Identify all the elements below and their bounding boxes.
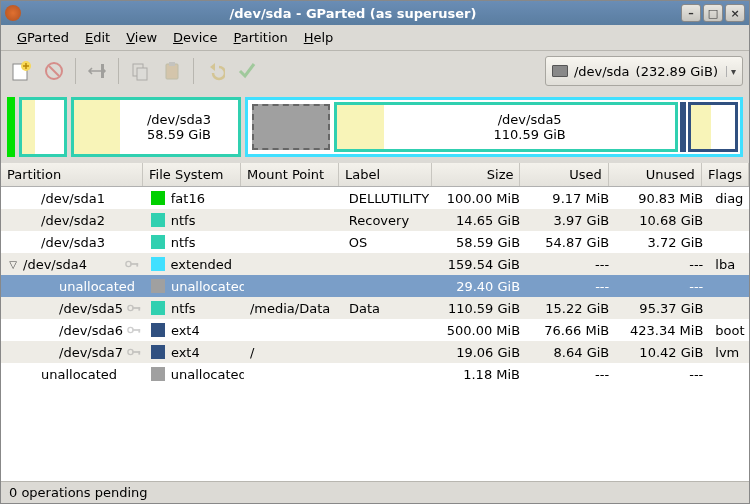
fs-color-swatch [151, 191, 165, 205]
table-row[interactable]: unallocatedunallocated1.18 MiB------ [1, 363, 749, 385]
svg-rect-4 [101, 64, 104, 78]
copy-button [125, 56, 155, 86]
used-value: 9.17 MiB [526, 191, 615, 206]
map-sda6[interactable] [680, 102, 686, 152]
svg-rect-14 [138, 307, 140, 311]
toolbar-separator [118, 58, 119, 84]
mount-point: / [244, 345, 343, 360]
fs-color-swatch [151, 279, 165, 293]
col-used[interactable]: Used [520, 163, 608, 186]
key-icon [127, 348, 141, 356]
resize-icon [87, 61, 107, 81]
flags-value: lvm [709, 345, 749, 360]
fs-color-swatch [151, 345, 165, 359]
partition-name: /dev/sda6 [59, 323, 123, 338]
fs-color-swatch [151, 323, 165, 337]
used-value: 54.87 GiB [526, 235, 615, 250]
table-row[interactable]: unallocatedunallocated29.40 GiB------ [1, 275, 749, 297]
resize-button [82, 56, 112, 86]
paste-button [157, 56, 187, 86]
col-partition[interactable]: Partition [1, 163, 143, 186]
menu-device[interactable]: Device [165, 28, 225, 47]
map-sda3-label: /dev/sda3 [147, 112, 211, 127]
menu-edit[interactable]: Edit [77, 28, 118, 47]
table-row[interactable]: /dev/sda6ext4500.00 MiB76.66 MiB423.34 M… [1, 319, 749, 341]
partition-name: /dev/sda7 [59, 345, 123, 360]
app-icon [5, 5, 21, 21]
map-sda3-size: 58.59 GiB [147, 127, 211, 142]
unused-value: --- [615, 257, 709, 272]
table-row[interactable]: /dev/sda2ntfsRecovery14.65 GiB3.97 GiB10… [1, 209, 749, 231]
toolbar: /dev/sda (232.89 GiB) ▾ [1, 51, 749, 91]
new-partition-button[interactable] [7, 56, 37, 86]
flags-value: boot [709, 323, 749, 338]
partition-name: unallocated [59, 279, 135, 294]
map-sda5[interactable]: /dev/sda5110.59 GiB [334, 102, 678, 152]
unused-value: 10.42 GiB [615, 345, 709, 360]
fs-color-swatch [151, 213, 165, 227]
partition-name: /dev/sda5 [59, 301, 123, 316]
table-row[interactable]: /dev/sda1fat16DELLUTILITY100.00 MiB9.17 … [1, 187, 749, 209]
svg-rect-17 [138, 329, 140, 333]
device-selector[interactable]: /dev/sda (232.89 GiB) ▾ [545, 56, 743, 86]
map-sda4-extended[interactable]: /dev/sda5110.59 GiB [245, 97, 743, 157]
unused-value: --- [615, 279, 709, 294]
fs-name: ntfs [171, 301, 196, 316]
map-sda5-size: 110.59 GiB [494, 127, 566, 142]
size-value: 29.40 GiB [437, 279, 526, 294]
mount-point: /media/Data [244, 301, 343, 316]
device-name: /dev/sda [574, 64, 630, 79]
map-sda3[interactable]: /dev/sda358.59 GiB [71, 97, 241, 157]
size-value: 159.54 GiB [437, 257, 526, 272]
svg-rect-11 [136, 263, 138, 267]
copy-icon [130, 61, 150, 81]
used-value: --- [526, 279, 615, 294]
toolbar-separator [75, 58, 76, 84]
menu-gparted[interactable]: GParted [9, 28, 77, 47]
map-sda1[interactable] [7, 97, 15, 157]
col-unused[interactable]: Unused [609, 163, 702, 186]
menu-view[interactable]: View [118, 28, 165, 47]
close-button[interactable]: × [725, 4, 745, 22]
expander-icon[interactable]: ▽ [7, 259, 19, 270]
key-icon [125, 260, 139, 268]
col-flags[interactable]: Flags [702, 163, 749, 186]
delete-icon [44, 61, 64, 81]
used-value: 76.66 MiB [526, 323, 615, 338]
device-size: (232.89 GiB) [636, 64, 718, 79]
maximize-button[interactable]: □ [703, 4, 723, 22]
unused-value: 95.37 GiB [615, 301, 709, 316]
partition-name: unallocated [41, 367, 121, 382]
partition-table: Partition File System Mount Point Label … [1, 163, 749, 481]
map-unallocated[interactable] [252, 104, 330, 150]
new-icon [11, 60, 33, 82]
minimize-button[interactable]: – [681, 4, 701, 22]
menu-partition[interactable]: Partition [226, 28, 296, 47]
delete-button [39, 56, 69, 86]
disk-map: /dev/sda358.59 GiB /dev/sda5110.59 GiB [1, 91, 749, 163]
col-size[interactable]: Size [432, 163, 520, 186]
table-row[interactable]: /dev/sda5ntfs/media/DataData110.59 GiB15… [1, 297, 749, 319]
size-value: 19.06 GiB [437, 345, 526, 360]
col-mountpoint[interactable]: Mount Point [241, 163, 339, 186]
col-filesystem[interactable]: File System [143, 163, 241, 186]
table-row[interactable]: ▽/dev/sda4extended159.54 GiB------lba [1, 253, 749, 275]
table-row[interactable]: /dev/sda7ext4/19.06 GiB8.64 GiB10.42 GiB… [1, 341, 749, 363]
col-label[interactable]: Label [339, 163, 432, 186]
unused-value: --- [615, 367, 709, 382]
statusbar: 0 operations pending [1, 481, 749, 503]
table-row[interactable]: /dev/sda3ntfsOS58.59 GiB54.87 GiB3.72 Gi… [1, 231, 749, 253]
fs-name: unallocated [171, 279, 244, 294]
unused-value: 10.68 GiB [615, 213, 709, 228]
partition-name: /dev/sda2 [41, 213, 121, 228]
menu-help[interactable]: Help [296, 28, 342, 47]
map-sda7[interactable] [688, 102, 738, 152]
used-value: 15.22 GiB [526, 301, 615, 316]
undo-button [200, 56, 230, 86]
fs-name: ntfs [171, 235, 196, 250]
map-sda2[interactable] [19, 97, 67, 157]
check-icon [237, 61, 257, 81]
chevron-down-icon: ▾ [726, 66, 736, 77]
partition-name: /dev/sda4 [23, 257, 121, 272]
unused-value: 90.83 MiB [615, 191, 709, 206]
